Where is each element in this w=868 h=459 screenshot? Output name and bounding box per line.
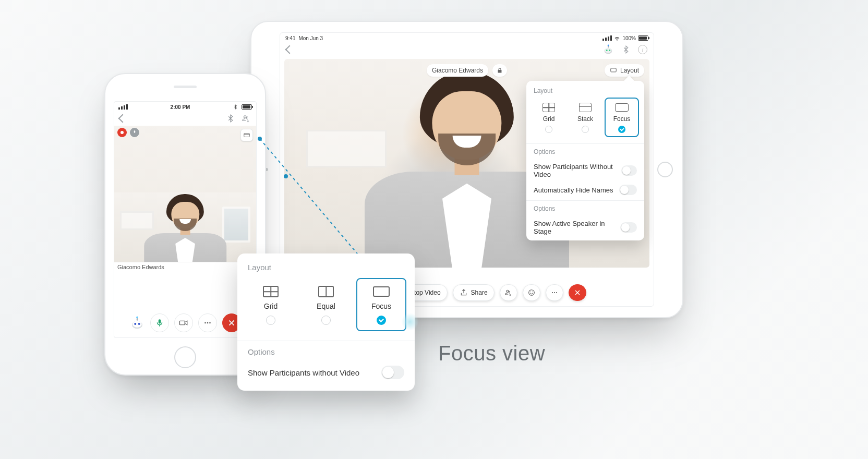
lock-icon[interactable] <box>492 64 507 77</box>
video-icon <box>179 318 188 328</box>
more-icon <box>550 288 559 297</box>
grid-icon <box>263 286 279 297</box>
video-button[interactable] <box>174 313 193 332</box>
tablet-video-stage: Giacomo Edwards Layout Layout Grid <box>284 59 649 268</box>
svg-point-7 <box>528 290 534 296</box>
back-button[interactable] <box>118 114 127 123</box>
close-icon <box>227 318 236 328</box>
popover-title: Layout <box>237 263 415 279</box>
toggle[interactable] <box>620 222 637 233</box>
popover-title: Layout <box>526 87 644 99</box>
participants-button[interactable] <box>500 284 517 301</box>
more-button[interactable] <box>198 313 217 332</box>
radio-unchecked[interactable] <box>321 316 331 325</box>
battery-icon <box>242 104 252 110</box>
options-title-a: Options <box>526 148 644 160</box>
svg-point-12 <box>556 292 557 293</box>
radio-unchecked[interactable] <box>266 316 275 325</box>
radio-checked[interactable] <box>377 316 386 325</box>
phone-nav-bar <box>114 111 256 126</box>
bluetooth-icon <box>233 103 238 111</box>
end-call-button[interactable] <box>569 284 586 301</box>
svg-point-3 <box>609 50 610 51</box>
participants-icon[interactable] <box>242 114 251 123</box>
participants-icon <box>504 288 513 297</box>
layout-option-grid[interactable]: Grid <box>247 279 295 330</box>
more-button[interactable] <box>546 284 563 301</box>
status-date: Mon Jun 3 <box>298 35 323 41</box>
participant-name-label: Giacomo Edwards <box>114 262 256 272</box>
option-active-speaker-stage: Show Active Speaker in Stage <box>526 216 644 238</box>
focus-icon <box>373 286 390 297</box>
close-icon <box>573 288 582 297</box>
layout-option-equal[interactable]: Equal <box>302 279 350 330</box>
phone-layout-button[interactable] <box>240 129 253 141</box>
bluetooth-icon[interactable] <box>226 114 235 123</box>
layout-icon <box>610 67 617 74</box>
phone-home-button[interactable] <box>174 346 196 368</box>
layout-option-grid[interactable]: Grid <box>533 99 565 136</box>
grid-icon <box>542 103 555 112</box>
svg-point-21 <box>136 317 138 319</box>
phone-video-area: Giacomo Edwards <box>114 126 256 272</box>
focus-icon <box>615 103 629 112</box>
radio-checked[interactable] <box>618 126 625 133</box>
layout-button[interactable]: Layout <box>605 64 644 77</box>
svg-point-22 <box>204 322 206 324</box>
info-icon[interactable]: i <box>638 45 647 54</box>
svg-rect-14 <box>244 134 250 137</box>
back-button[interactable] <box>285 45 294 54</box>
svg-point-1 <box>605 48 612 53</box>
mute-button[interactable] <box>150 313 169 332</box>
status-time: 2:00 PM <box>171 104 190 110</box>
signal-icon <box>602 35 612 41</box>
layout-option-stack[interactable]: Stack <box>569 99 601 136</box>
phone-controls <box>114 313 256 332</box>
wifi-icon <box>614 35 620 41</box>
battery-pct: 100% <box>622 35 636 41</box>
tablet-status-bar: 9:41 Mon Jun 3 100% <box>280 33 654 42</box>
share-button[interactable]: Share <box>453 284 495 301</box>
svg-point-23 <box>207 322 209 324</box>
svg-rect-6 <box>611 68 617 72</box>
svg-point-18 <box>134 323 136 325</box>
mute-indicator-icon <box>130 128 139 137</box>
radio-unchecked[interactable] <box>545 126 552 133</box>
layout-option-focus[interactable]: Focus <box>606 99 638 136</box>
phone-status-bar: 2:00 PM <box>114 102 256 111</box>
svg-point-17 <box>132 321 142 328</box>
share-icon <box>460 288 468 297</box>
tablet-home-button[interactable] <box>657 162 673 177</box>
radio-unchecked[interactable] <box>582 126 589 133</box>
svg-point-9 <box>532 292 533 292</box>
tablet-top-pills: Giacomo Edwards <box>427 64 507 77</box>
assistant-icon[interactable] <box>602 44 614 55</box>
phone-screen: 2:00 PM <box>114 101 257 338</box>
svg-point-19 <box>138 323 140 325</box>
assistant-icon[interactable] <box>129 315 145 331</box>
svg-point-13 <box>120 131 124 134</box>
toggle[interactable] <box>381 366 404 379</box>
tablet-layout-popover: Layout Grid Stack Focus <box>526 81 644 240</box>
option-auto-hide-names: Automatically Hide Names <box>526 182 644 198</box>
toggle[interactable] <box>621 165 637 176</box>
svg-point-5 <box>608 44 609 46</box>
more-icon <box>203 318 212 328</box>
participant-name-pill: Giacomo Edwards <box>427 64 488 77</box>
layout-option-focus[interactable]: Focus <box>357 279 405 330</box>
layout-button-label: Layout <box>620 67 639 74</box>
svg-rect-4 <box>608 46 609 48</box>
svg-point-10 <box>552 292 553 293</box>
figure-caption: Focus view <box>438 342 545 365</box>
phone-speaker <box>174 86 197 88</box>
stack-icon <box>579 103 592 112</box>
smile-icon <box>527 288 536 297</box>
reactions-button[interactable] <box>523 284 540 301</box>
svg-point-24 <box>209 322 211 324</box>
option-show-participants-no-video: Show Participants without Video <box>237 364 415 381</box>
record-icon <box>117 128 127 137</box>
toggle[interactable] <box>619 185 637 195</box>
phone-layout-popover: Layout Grid Equal Focus Options Show Par… <box>237 253 415 391</box>
svg-point-8 <box>530 292 531 292</box>
signal-icon <box>118 104 128 110</box>
